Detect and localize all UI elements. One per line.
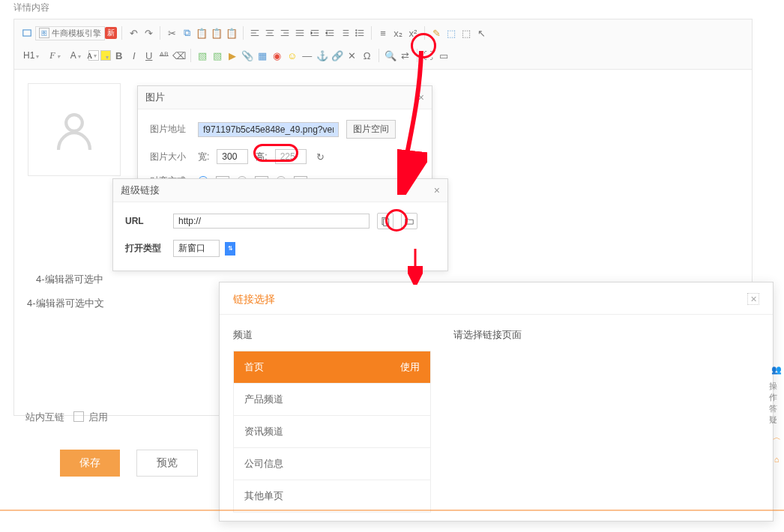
save-button[interactable]: 保存 xyxy=(60,450,120,477)
enable-checkbox[interactable]: 启用 xyxy=(73,411,108,424)
new-badge: 新 xyxy=(105,27,117,39)
attachment-icon[interactable]: 📎 xyxy=(241,49,254,62)
select-arrow-icon[interactable]: ⇅ xyxy=(225,242,235,256)
channel-item-company[interactable]: 公司信息 xyxy=(234,448,430,480)
link-select-panel: 链接选择 ✕ 频道 首页 使用 产品频道 资讯频道 公司信息 其他单页 请选择链… xyxy=(219,282,774,522)
italic-icon[interactable]: I xyxy=(127,49,141,62)
paste-icon[interactable]: 📋 xyxy=(195,26,208,40)
undo-icon[interactable]: ↶ xyxy=(127,26,140,40)
format-brush-icon[interactable]: ⬚ xyxy=(444,26,458,40)
multi-image-icon[interactable]: ▧ xyxy=(211,49,224,62)
url-label: URL xyxy=(125,216,166,226)
url-input[interactable] xyxy=(173,214,370,229)
unlink-icon[interactable]: ✕ xyxy=(346,49,359,62)
template-icon: 图 xyxy=(39,28,49,38)
outdent-icon[interactable] xyxy=(323,26,337,40)
align-center-icon[interactable] xyxy=(263,26,277,40)
align-justify-icon[interactable] xyxy=(293,26,307,40)
image-icon[interactable]: ▧ xyxy=(196,49,209,62)
avatar-placeholder xyxy=(28,83,121,176)
open-type-select[interactable]: 新窗口 xyxy=(173,240,220,257)
annotation-arrow-2 xyxy=(408,247,423,285)
channel-item-news[interactable]: 资讯频道 xyxy=(234,416,430,448)
svg-rect-0 xyxy=(23,30,31,36)
source-icon[interactable] xyxy=(20,26,34,40)
emoji-icon[interactable]: ☺ xyxy=(286,49,299,62)
link-select-title: 链接选择 xyxy=(233,293,275,306)
hr-icon[interactable]: — xyxy=(301,49,314,62)
line-height-icon[interactable]: ≡ xyxy=(376,26,390,40)
bottom-rule xyxy=(0,510,784,511)
channel-list: 首页 使用 产品频道 资讯频道 公司信息 其他单页 xyxy=(233,351,431,513)
cut-icon[interactable]: ✂ xyxy=(165,26,178,40)
fontcolor-dropdown[interactable]: A xyxy=(88,50,99,61)
video-icon[interactable]: ▶ xyxy=(226,49,239,62)
preview-button[interactable]: 预览 xyxy=(136,450,198,477)
align-left-icon[interactable] xyxy=(248,26,262,40)
indent-icon[interactable] xyxy=(308,26,322,40)
open-type-label: 打开类型 xyxy=(125,242,166,255)
paste-text-icon[interactable]: 📋 xyxy=(210,26,223,40)
bold-icon[interactable]: B xyxy=(112,49,126,62)
annotation-circle-3 xyxy=(385,209,408,232)
list-ol-icon[interactable] xyxy=(338,26,352,40)
annotation-circle-2 xyxy=(253,144,298,162)
annotation-arrow-1 xyxy=(397,45,427,195)
link-select-close[interactable]: ✕ xyxy=(747,293,759,305)
find-icon[interactable]: 🔍 xyxy=(384,49,397,62)
channel-item-other[interactable]: 其他单页 xyxy=(234,480,430,512)
side-rail: 👥 操作 答疑 ︿ ⌂ xyxy=(769,358,784,471)
list-ul-icon[interactable] xyxy=(353,26,367,40)
use-label: 使用 xyxy=(400,360,420,374)
table-icon[interactable]: ▦ xyxy=(256,49,269,62)
remove-format-icon[interactable]: ⌫ xyxy=(172,49,186,62)
image-size-label: 图片大小 xyxy=(150,151,190,163)
template-button[interactable]: 图 牛商模板引擎 xyxy=(35,26,105,40)
channel-item-product[interactable]: 产品频道 xyxy=(234,384,430,416)
fontsize-dropdown[interactable]: A xyxy=(67,50,87,61)
interlink-row: 站内互链 启用 xyxy=(25,411,108,424)
preview-icon[interactable]: ▭ xyxy=(437,49,450,62)
fontfamily-dropdown[interactable]: F xyxy=(46,50,65,61)
image-dialog-title: 图片 xyxy=(145,91,165,104)
paste-word-icon[interactable]: 📋 xyxy=(225,26,238,40)
image-addr-input[interactable] xyxy=(198,122,339,137)
channel-heading: 频道 xyxy=(233,328,431,342)
strike-icon[interactable]: ᴬᴮ xyxy=(157,49,171,62)
rail-faq[interactable]: 答疑 xyxy=(769,403,784,426)
link-page-heading: 请选择链接页面 xyxy=(453,328,522,342)
width-input[interactable] xyxy=(217,149,248,164)
refresh-icon[interactable]: ↻ xyxy=(314,150,328,163)
cursor-icon[interactable]: ↖ xyxy=(474,26,488,40)
heading-dropdown[interactable]: H1 xyxy=(20,50,45,61)
section-label: 详情内容 xyxy=(0,0,784,16)
channel-item-home[interactable]: 首页 使用 xyxy=(234,351,430,384)
hyperlink-dialog-title: 超级链接 xyxy=(121,184,160,197)
rail-ops[interactable]: 操作 xyxy=(769,381,784,403)
image-space-button[interactable]: 图片空间 xyxy=(346,120,396,139)
bgcolor-dropdown[interactable] xyxy=(100,50,111,61)
underline-icon[interactable]: U xyxy=(142,49,156,62)
link-icon[interactable]: 🔗 xyxy=(331,49,344,62)
channel-label: 首页 xyxy=(244,360,264,374)
anchor-icon[interactable]: ⚓ xyxy=(316,49,329,62)
caption-1: 4-编辑器可选中 xyxy=(36,273,103,286)
select-all-icon[interactable]: ⬚ xyxy=(459,26,473,40)
image-addr-label: 图片地址 xyxy=(150,123,190,136)
interlink-label: 站内互链 xyxy=(25,411,64,424)
rail-up-icon[interactable]: ︿ xyxy=(769,426,784,448)
svg-point-3 xyxy=(356,35,357,36)
hyperlink-dialog-close[interactable]: × xyxy=(434,184,440,196)
copy-icon[interactable]: ⧉ xyxy=(180,26,193,40)
subscript-icon[interactable]: x₂ xyxy=(391,26,405,40)
map-icon[interactable]: ◉ xyxy=(271,49,284,62)
svg-point-4 xyxy=(66,115,82,131)
align-right-icon[interactable] xyxy=(278,26,292,40)
symbol-icon[interactable]: Ω xyxy=(361,49,374,62)
redo-icon[interactable]: ↷ xyxy=(142,26,155,40)
toolbar: 图 牛商模板引擎 新 ↶ ↷ ✂ ⧉ 📋 📋 📋 ≡ x₂ x² xyxy=(14,19,752,70)
rail-notif-icon[interactable]: 👥 xyxy=(769,358,784,381)
svg-point-2 xyxy=(356,32,357,33)
caption-2: 4-编辑器可选中文 xyxy=(27,297,104,310)
rail-home-icon[interactable]: ⌂ xyxy=(769,448,784,471)
